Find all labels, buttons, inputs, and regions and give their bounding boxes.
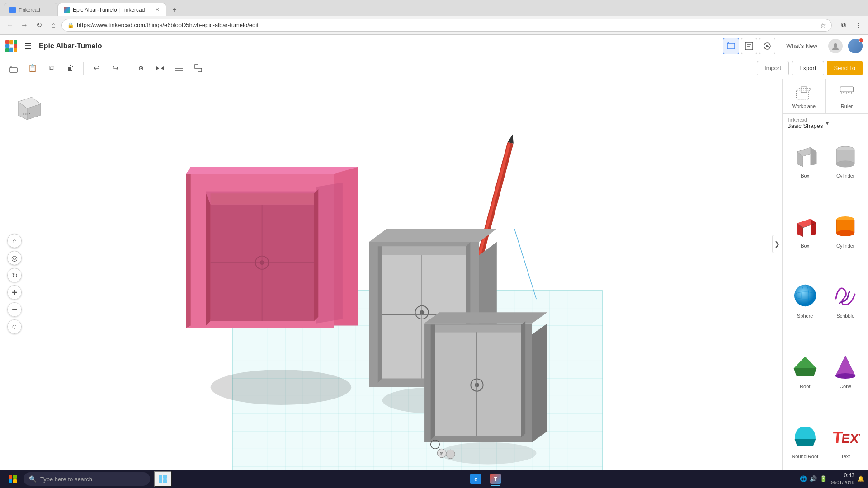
user-profile-btn[interactable] [848, 39, 863, 53]
svg-line-57 [514, 229, 537, 299]
ruler-icon [838, 84, 856, 102]
reload-btn[interactable]: ↻ [33, 19, 45, 32]
shape-item-box-gray[interactable]: Box [786, 137, 824, 204]
start-btn[interactable] [4, 471, 22, 487]
shape-label-cylinder-gray: Cylinder [836, 173, 854, 178]
svg-point-58 [211, 370, 352, 405]
undo-btn[interactable]: ↩ [88, 60, 104, 76]
shape-icon-sphere [789, 280, 821, 311]
snap-btn[interactable] [133, 60, 149, 76]
sim-view-btn[interactable] [759, 38, 775, 54]
tab-close-btn[interactable]: ✕ [153, 6, 160, 14]
svg-marker-93 [435, 325, 521, 333]
shape-icon-round-roof [789, 420, 821, 452]
notification-icon[interactable]: 🔔 [857, 475, 864, 482]
shape-item-cylinder-orange[interactable]: Cylinder [827, 207, 865, 274]
battery-icon[interactable]: 🔋 [820, 475, 827, 482]
extensions-btn[interactable]: ⧉ [837, 19, 850, 32]
shape-item-roof[interactable]: Roof [786, 347, 824, 415]
browser-tab-active[interactable]: Epic Albar-Tumelo | Tinkercad ✕ [58, 3, 166, 16]
svg-point-136 [836, 230, 854, 236]
shape-label-cone: Cone [840, 384, 851, 389]
browser-chrome: Tinkercad Epic Albar-Tumelo | Tinkercad … [0, 0, 868, 35]
right-panel: Workplane [782, 79, 868, 488]
workplane-btn[interactable] [5, 60, 22, 76]
svg-marker-7 [766, 45, 769, 47]
menu-btn[interactable]: ⋮ [852, 19, 864, 32]
svg-rect-20 [194, 65, 198, 68]
panel-collapse-btn[interactable]: ❯ [772, 235, 781, 253]
shape-label-cylinder-orange: Cylinder [836, 243, 854, 249]
svg-marker-81 [382, 246, 466, 255]
whats-new-btn[interactable]: What's New [781, 40, 823, 52]
back-btn[interactable]: ← [4, 19, 16, 32]
taskbar-search[interactable]: 🔍 Type here to search [24, 472, 150, 486]
3d-view-btn[interactable] [723, 38, 739, 54]
logo-cell-7 [5, 48, 9, 52]
volume-icon[interactable]: 🔊 [810, 475, 817, 482]
workplane-icon [795, 84, 813, 102]
library-name: Basic Shapes [787, 122, 823, 129]
address-bar[interactable]: 🔒 https://www.tinkercad.com/things/e6blo… [61, 19, 832, 32]
main-content: TOP ⌂ ◎ ↻ + − ⬡ [0, 79, 868, 488]
shape-item-scribble[interactable]: Scribble [827, 277, 865, 344]
svg-marker-74 [508, 133, 516, 143]
library-dropdown-arrow: ▾ [826, 120, 829, 127]
export-btn[interactable]: Export [792, 61, 824, 75]
svg-marker-69 [211, 193, 314, 204]
new-tab-btn[interactable]: + [168, 4, 181, 16]
taskbar-icon-1: e [470, 474, 481, 484]
tinkercad-logo[interactable] [5, 40, 17, 52]
logo-cell-6 [14, 44, 17, 48]
browser-tab-1[interactable]: Tinkercad [4, 3, 58, 16]
send-to-btn[interactable]: Send To [827, 61, 863, 75]
header-right: What's New [723, 38, 863, 54]
paste-btn[interactable]: 📋 [24, 60, 41, 76]
group-btn[interactable] [190, 60, 206, 76]
codeblocks-view-btn[interactable] [741, 38, 757, 54]
redo-btn[interactable]: ↪ [107, 60, 123, 76]
align-btn[interactable] [171, 60, 187, 76]
shape-library-selector[interactable]: Tinkercad Basic Shapes ▾ [783, 114, 868, 133]
svg-marker-16 [161, 66, 164, 70]
shape-icon-box-gray [789, 140, 821, 171]
shape-item-sphere[interactable]: Sphere [786, 277, 824, 344]
shape-item-cone[interactable]: Cone [827, 347, 865, 415]
taskbar-app-1[interactable]: e [467, 471, 485, 487]
user-avatar[interactable] [828, 39, 843, 53]
home-btn[interactable]: ⌂ [47, 19, 60, 32]
taskview-btn[interactable] [154, 471, 172, 487]
taskbar-app-tinkercad[interactable]: T [486, 471, 505, 487]
copy-btn[interactable]: ⧉ [43, 60, 60, 76]
svg-marker-61 [186, 167, 191, 328]
tab-title-1: Tinkercad [19, 7, 52, 13]
taskbar-left: 🔍 Type here to search [4, 471, 172, 487]
ruler-label: Ruler [841, 103, 853, 109]
workplane-tool[interactable]: Workplane [783, 79, 826, 113]
shape-item-box-red[interactable]: Box [786, 207, 824, 274]
forward-btn[interactable]: → [18, 19, 31, 32]
svg-marker-150 [795, 439, 816, 446]
svg-rect-157 [159, 479, 162, 483]
logo-cell-2 [9, 40, 13, 44]
shape-item-cylinder-gray[interactable]: Cylinder [827, 137, 865, 204]
delete-btn[interactable]: 🗑 [62, 60, 79, 76]
network-icon[interactable]: 🌐 [800, 475, 807, 482]
notification-badge [859, 38, 863, 42]
bookmark-icon[interactable]: ☆ [820, 22, 826, 29]
import-btn[interactable]: Import [757, 61, 789, 75]
ruler-tool[interactable]: Ruler [826, 79, 868, 113]
canvas-area[interactable]: TOP ⌂ ◎ ↻ + − ⬡ [0, 79, 782, 488]
svg-marker-71 [314, 189, 319, 321]
taskbar-time[interactable]: 0:43 06/01/2019 [830, 472, 854, 486]
mirror-btn[interactable] [152, 60, 168, 76]
logo-grid [5, 40, 17, 52]
panel-tools: Workplane [783, 79, 868, 114]
hamburger-menu-btn[interactable]: ☰ [21, 39, 35, 53]
svg-marker-146 [835, 356, 855, 376]
time-display: 0:43 [844, 472, 854, 479]
logo-cell-9 [14, 48, 17, 52]
taskbar: 🔍 Type here to search e T 🌐 🔊 🔋 [0, 470, 868, 488]
project-title: Epic Albar-Tumelo [39, 42, 719, 50]
address-text: https://www.tinkercad.com/things/e6blobD… [77, 22, 817, 28]
